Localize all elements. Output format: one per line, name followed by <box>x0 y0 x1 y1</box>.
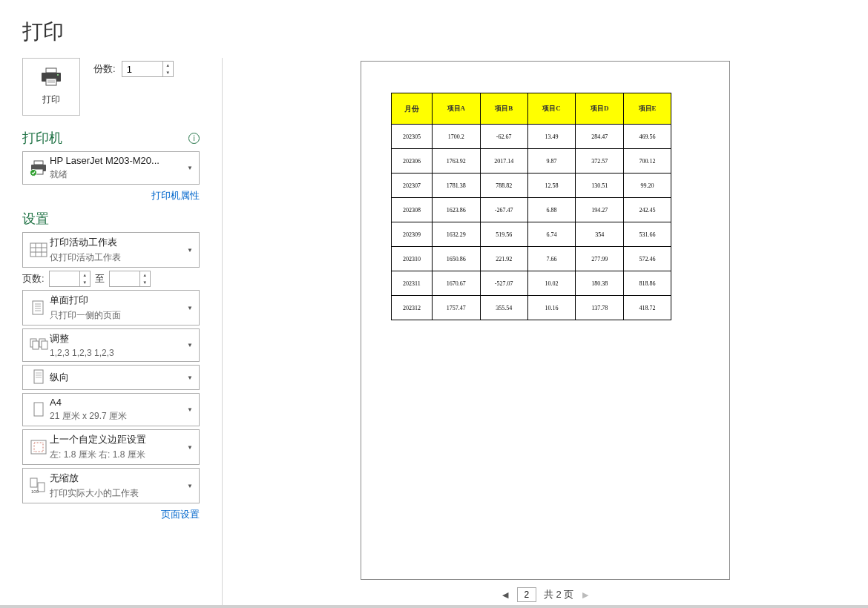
up-icon[interactable]: ▲ <box>80 271 90 279</box>
copies-down-icon[interactable]: ▼ <box>163 69 173 76</box>
svg-rect-21 <box>33 341 39 349</box>
pages-label: 页数: <box>22 272 45 285</box>
svg-rect-0 <box>46 68 56 73</box>
copies-input[interactable] <box>122 62 162 76</box>
svg-rect-15 <box>33 301 43 314</box>
table-header: 项目B <box>480 93 527 125</box>
table-cell: 1632.29 <box>432 222 480 247</box>
table-cell: 202311 <box>392 271 433 296</box>
orientation-selector[interactable]: 纵向 ▼ <box>22 365 200 390</box>
svg-rect-31 <box>30 478 37 487</box>
down-icon[interactable]: ▼ <box>80 279 90 286</box>
table-cell: 202306 <box>392 149 433 174</box>
paper-title: A4 <box>50 397 187 408</box>
page-navigation: ◀ 共 2 页 ▶ <box>223 583 868 608</box>
copies-spinner[interactable]: ▲ ▼ <box>122 61 174 77</box>
print-settings-panel: 打印 份数: ▲ ▼ 打印机 i <box>0 58 223 608</box>
printer-properties-link[interactable]: 打印机属性 <box>151 190 200 201</box>
table-cell: 1623.86 <box>432 198 480 222</box>
table-cell: 284.47 <box>576 125 624 149</box>
table-cell: 202312 <box>392 296 433 320</box>
table-cell: 354 <box>576 222 624 247</box>
down-icon[interactable]: ▼ <box>140 279 150 286</box>
chevron-down-icon: ▼ <box>187 247 196 254</box>
table-cell: 469.56 <box>624 125 671 149</box>
scaling-selector[interactable]: 100 无缩放 打印实际大小的工作表 ▼ <box>22 468 200 503</box>
table-cell: 6.88 <box>527 198 576 222</box>
single-side-icon <box>27 299 50 317</box>
margins-selector[interactable]: 上一个自定义边距设置 左: 1.8 厘米 右: 1.8 厘米 ▼ <box>22 429 200 465</box>
collate-title: 调整 <box>50 332 187 346</box>
svg-point-3 <box>57 74 59 76</box>
chevron-down-icon: ▼ <box>187 483 196 489</box>
table-header: 月份 <box>392 93 433 125</box>
table-cell: 818.86 <box>624 271 671 296</box>
table-row: 2023101650.86221.927.66277.99572.46 <box>392 247 671 271</box>
table-cell: 130.51 <box>576 174 624 198</box>
chevron-down-icon: ▼ <box>187 342 196 348</box>
table-cell: 202310 <box>392 247 433 271</box>
no-scaling-icon: 100 <box>27 477 50 495</box>
table-cell: 355.54 <box>480 296 527 320</box>
table-cell: 7.66 <box>527 247 576 271</box>
preview-data-table: 月份项目A项目B项目C项目D项目E 2023051700.2-62.6713.4… <box>391 93 671 320</box>
paper-sub: 21 厘米 x 29.7 厘米 <box>50 410 187 423</box>
table-cell: -62.67 <box>480 125 527 149</box>
table-cell: 1650.86 <box>432 247 480 271</box>
table-cell: 519.56 <box>480 222 527 247</box>
table-header: 项目A <box>432 93 480 125</box>
settings-section-title: 设置 <box>22 210 49 228</box>
current-page-input[interactable] <box>517 587 536 602</box>
scope-title: 打印活动工作表 <box>50 236 187 249</box>
table-cell: 202305 <box>392 125 433 149</box>
table-cell: 242.45 <box>624 198 671 222</box>
scope-sub: 仅打印活动工作表 <box>50 251 187 264</box>
scaling-title: 无缩放 <box>50 472 187 485</box>
status-bar <box>0 605 868 608</box>
info-icon[interactable]: i <box>188 133 200 144</box>
printer-section-title: 打印机 <box>22 129 62 147</box>
printer-status: 就绪 <box>50 168 187 181</box>
table-cell: 418.72 <box>624 296 671 320</box>
table-cell: 99.20 <box>624 174 671 198</box>
page-from-spinner[interactable]: ▲▼ <box>49 271 91 287</box>
chevron-down-icon: ▼ <box>187 165 196 171</box>
chevron-down-icon: ▼ <box>187 444 196 451</box>
scaling-sub: 打印实际大小的工作表 <box>50 487 187 500</box>
table-cell: 1670.67 <box>432 271 480 296</box>
collate-selector[interactable]: 调整 1,2,3 1,2,3 1,2,3 ▼ <box>22 328 200 362</box>
portrait-icon <box>27 369 50 386</box>
table-row: 2023121757.47355.5410.16137.78418.72 <box>392 296 671 320</box>
printer-icon <box>39 67 63 89</box>
printer-selector[interactable]: HP LaserJet M203-M20... 就绪 ▼ <box>22 151 200 185</box>
copies-label: 份数: <box>93 62 116 76</box>
table-cell: 180.38 <box>576 271 624 296</box>
printer-name: HP LaserJet M203-M20... <box>50 155 187 166</box>
svg-rect-32 <box>38 483 45 492</box>
table-cell: 202309 <box>392 222 433 247</box>
table-cell: 788.82 <box>480 174 527 198</box>
copies-up-icon[interactable]: ▲ <box>163 62 173 69</box>
up-icon[interactable]: ▲ <box>140 271 150 279</box>
next-page-icon[interactable]: ▶ <box>581 589 590 601</box>
table-cell: 202307 <box>392 174 433 198</box>
print-button[interactable]: 打印 <box>22 58 80 116</box>
table-cell: 572.46 <box>624 247 671 271</box>
print-scope-selector[interactable]: 打印活动工作表 仅打印活动工作表 ▼ <box>22 232 200 268</box>
table-cell: 194.27 <box>576 198 624 222</box>
table-cell: 1781.38 <box>432 174 480 198</box>
svg-text:100: 100 <box>31 489 39 494</box>
sides-selector[interactable]: 单面打印 只打印一侧的页面 ▼ <box>22 290 200 326</box>
collate-sub: 1,2,3 1,2,3 1,2,3 <box>50 348 187 358</box>
table-cell: -267.47 <box>480 198 527 222</box>
pages-to-label: 至 <box>95 272 105 285</box>
page-to-input[interactable] <box>110 271 139 286</box>
prev-page-icon[interactable]: ◀ <box>501 589 510 601</box>
page-from-input[interactable] <box>50 271 79 286</box>
page-setup-link[interactable]: 页面设置 <box>161 509 200 520</box>
paper-size-selector[interactable]: A4 21 厘米 x 29.7 厘米 ▼ <box>22 393 200 426</box>
chevron-down-icon: ▼ <box>187 374 196 381</box>
page-to-spinner[interactable]: ▲▼ <box>109 271 151 287</box>
margins-sub: 左: 1.8 厘米 右: 1.8 厘米 <box>50 449 187 461</box>
svg-rect-10 <box>30 243 47 257</box>
